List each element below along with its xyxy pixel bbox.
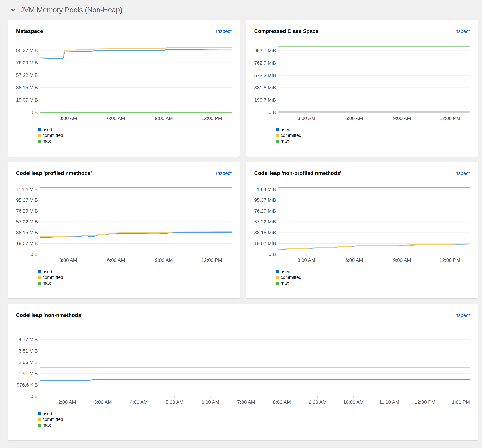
legend-item-max[interactable]: max [276,139,301,144]
chart-plot [40,329,470,400]
legend-item-committed[interactable]: committed [38,133,63,138]
y-axis-label: 2.86 MiB [16,360,38,365]
y-axis-label: 0 B [254,251,276,257]
legend-item-committed[interactable]: committed [276,275,301,280]
legend-item-max[interactable]: max [38,139,63,144]
y-axis-label: 0 B [254,110,276,115]
x-axis-label: 6:00 AM [340,257,368,263]
x-axis-label: 9:00 AM [303,399,332,405]
x-axis-label: 6:00 AM [196,399,225,405]
y-axis-label: 95.37 MiB [16,197,38,203]
series-line-used [40,380,470,380]
charts-grid: Metaspace Inspect 95.37 MiB76.29 MiB57.2… [8,20,478,440]
y-axis-label: 572.2 MiB [254,72,276,78]
legend-label: max [280,139,289,144]
legend-item-max[interactable]: max [38,281,63,285]
x-axis-label: 11:00 AM [375,399,403,405]
legend-swatch-max [38,140,41,143]
legend-label: max [42,139,51,144]
x-axis-label: 5:00 AM [160,399,189,405]
inspect-link[interactable]: Inspect [454,312,470,318]
section-toggle-jvm-memory-pools[interactable]: JVM Memory Pools (Non-Heap) [10,6,122,14]
legend-item-used[interactable]: used [38,411,63,416]
chart-legend: usedcommittedmax [38,269,63,287]
legend-swatch-committed [38,418,41,421]
chart-plot [40,187,232,257]
legend-item-committed[interactable]: committed [38,417,63,422]
inspect-link[interactable]: Inspect [454,171,470,176]
y-axis-label: 0 B [16,393,38,399]
series-line-committed [278,244,470,249]
chart-card-codeheap-non-nmethods: CodeHeap 'non-nmethods' Inspect 4.77 MiB… [8,304,478,440]
x-axis-label: 7:00 AM [232,399,261,405]
chevron-down-icon [10,7,16,13]
y-axis-label: 19.07 MiB [16,240,38,246]
y-axis-label: 19.07 MiB [16,97,38,103]
legend-swatch-used [38,270,41,273]
inspect-link[interactable]: Inspect [216,171,232,176]
legend-item-used[interactable]: used [38,269,63,274]
legend-label: committed [280,275,301,280]
y-axis-label: 19.07 MiB [254,240,276,246]
legend-label: used [280,128,290,132]
y-axis-label: 762.9 MiB [254,60,276,66]
x-axis-label: 9:00 AM [388,115,416,121]
x-axis-label: 8:00 AM [268,399,296,405]
chart-card-codeheap-profiled-nmethods: CodeHeap 'profiled nmethods' Inspect 114… [8,162,240,298]
x-axis-label: 12:00 PM [198,115,226,121]
legend-swatch-committed [276,134,279,137]
y-axis-label: 381.5 MiB [254,85,276,91]
x-axis-label: 9:00 AM [150,257,178,263]
x-axis-label: 3:00 AM [54,115,82,121]
chart-plot [278,187,470,257]
y-axis-label: 57.22 MiB [16,72,38,78]
x-axis-label: 9:00 AM [150,115,178,121]
chart-region-metaspace: 95.37 MiB76.29 MiB57.22 MiB38.15 MiB19.0… [16,45,232,147]
legend-item-max[interactable]: max [276,281,301,285]
chart-region-codeheap-non-nmethods: 4.77 MiB3.81 MiB2.86 MiB1.91 MiB976.6 Ki… [16,329,470,432]
y-axis-label: 953.7 MiB [254,48,276,53]
legend-item-used[interactable]: used [38,128,63,132]
x-axis-label: 12:00 PM [436,257,464,263]
legend-swatch-max [276,140,279,143]
y-axis-label: 3.81 MiB [16,348,38,354]
legend-swatch-used [38,412,41,415]
legend-item-used[interactable]: used [276,128,301,132]
chart-region-compressed-class-space: 953.7 MiB762.9 MiB572.2 MiB381.5 MiB190.… [254,45,470,147]
chart-plot [278,45,470,116]
legend-item-used[interactable]: used [276,269,301,274]
y-axis-label: 4.77 MiB [16,337,38,342]
section-title: JVM Memory Pools (Non-Heap) [20,6,122,14]
legend-swatch-max [276,282,279,285]
legend-item-max[interactable]: max [38,423,63,427]
x-axis-label: 9:00 AM [388,257,416,263]
x-axis-label: 3:00 AM [292,115,321,121]
y-axis-label: 114.4 MiB [16,186,38,192]
chart-card-codeheap-non-profiled-nmethods: CodeHeap 'non-profiled nmethods' Inspect… [246,162,478,298]
legend-label: committed [42,417,63,422]
x-axis-label: 2:00 AM [53,399,81,405]
legend-label: committed [280,133,301,138]
chart-title: CodeHeap 'profiled nmethods' [16,170,92,176]
chart-legend: usedcommittedmax [276,128,301,144]
legend-item-committed[interactable]: committed [38,275,63,280]
chart-title: Compressed Class Space [254,28,318,34]
legend-label: used [42,128,52,132]
legend-item-committed[interactable]: committed [276,133,301,138]
y-axis-label: 38.15 MiB [16,85,38,90]
legend-label: committed [42,275,63,280]
inspect-link[interactable]: Inspect [454,29,470,34]
y-axis-label: 57.22 MiB [254,219,276,225]
x-axis-label: 3:00 AM [292,257,321,263]
legend-swatch-max [38,282,41,285]
chart-title: CodeHeap 'non-nmethods' [16,312,82,318]
chart-plot [40,45,232,116]
y-axis-label: 976.6 KiB [16,382,38,388]
legend-label: committed [42,133,63,138]
chart-title: CodeHeap 'non-profiled nmethods' [254,170,341,176]
x-axis-label: 6:00 AM [102,257,130,263]
y-axis-label: 114.4 MiB [254,186,276,192]
legend-label: max [42,281,51,285]
legend-swatch-used [276,128,279,131]
inspect-link[interactable]: Inspect [216,29,232,34]
